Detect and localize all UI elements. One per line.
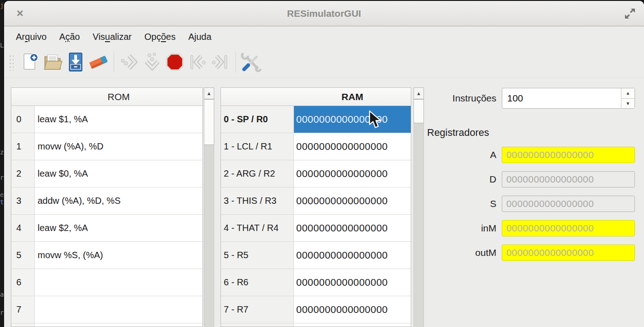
rom-row-index: 1 (11, 133, 35, 160)
ram-row-label: 3 - THIS / R3 (221, 188, 294, 214)
rom-scrollbar-up-button[interactable]: ▲ (204, 87, 214, 99)
rom-row-instruction: movw %S, (%A) (35, 242, 202, 269)
rom-row-instruction: addw (%A), %D, %S (35, 188, 202, 214)
skip-to-end-button[interactable] (210, 50, 231, 74)
rom-row-instruction (35, 296, 202, 323)
rom-row-instruction (35, 269, 202, 296)
spinner-down-button[interactable]: ▼ (621, 98, 634, 109)
rom-row-index: 5 (11, 242, 35, 269)
register-s-label: S (388, 196, 496, 212)
open-folder-icon (43, 52, 63, 72)
rom-row[interactable]: 1 movw (%A), %D (11, 133, 202, 160)
ram-row-label (221, 323, 294, 327)
rom-row-index: 4 (11, 215, 35, 241)
rom-scrollbar: ▲ (204, 87, 214, 327)
window-title: RESimulatorGUI (4, 1, 644, 26)
rom-row-instruction: leaw $1, %A (35, 106, 202, 133)
rom-row-index (11, 323, 35, 327)
step-over-button[interactable] (119, 50, 140, 74)
ram-row[interactable]: 5 - R5 0000000000000000 (221, 242, 411, 269)
menu-item-arquivo[interactable]: Arquivo (10, 29, 53, 45)
ram-table-header: RAM (221, 88, 411, 106)
save-button[interactable] (65, 50, 86, 74)
skip-to-start-button[interactable] (187, 50, 208, 74)
ram-row[interactable]: 1 - LCL / R1 0000000000000000 (221, 133, 411, 160)
ram-row[interactable]: 3 - THIS / R3 0000000000000000 (221, 188, 411, 215)
register-outm-field[interactable]: 0000000000000000 (502, 245, 635, 261)
register-a-field[interactable]: 0000000000000000 (502, 147, 635, 163)
rom-row[interactable]: 4 leaw $2, %A (11, 215, 202, 242)
erase-button[interactable] (88, 50, 109, 74)
eraser-icon (88, 52, 109, 72)
ram-row[interactable]: 6 - R6 0000000000000000 (221, 269, 411, 296)
ram-row-label: 7 - R7 (221, 296, 294, 323)
rom-row-instruction (35, 323, 202, 327)
rom-row-index: 2 (11, 160, 35, 187)
app-window: × RESimulatorGUI Arquivo Ação Visualizar… (4, 1, 644, 327)
rom-row-index: 0 (11, 106, 35, 133)
rom-row[interactable]: 5 movw %S, (%A) (11, 242, 202, 269)
stop-button[interactable] (164, 50, 185, 74)
rom-row-instruction: leaw $2, %A (35, 215, 202, 241)
rom-scrollbar-thumb[interactable] (204, 99, 214, 145)
rom-row[interactable]: 0 leaw $1, %A (11, 106, 202, 133)
rom-row[interactable]: 6 (11, 269, 202, 296)
skip-to-end-icon (210, 52, 231, 72)
rom-row[interactable] (11, 323, 202, 327)
restore-window-icon[interactable] (624, 8, 636, 19)
register-d-label: D (388, 171, 496, 188)
menu-item-acao[interactable]: Ação (53, 29, 87, 45)
skip-to-start-icon (187, 52, 208, 72)
toolbar-grip[interactable] (8, 53, 14, 71)
ram-row-label: 4 - THAT / R4 (221, 215, 294, 241)
stop-icon (164, 52, 185, 72)
instructions-label: Instruções (388, 88, 496, 109)
rom-table: ROM 0 leaw $1, %A 1 movw (%A), %D 2 leaw… (11, 87, 203, 327)
ram-row[interactable]: 0 - SP / R0 0000000000000000 (221, 106, 411, 133)
open-folder-button[interactable] (43, 50, 63, 74)
ram-row-label: 6 - R6 (221, 269, 294, 296)
menu-item-ajuda[interactable]: Ajuda (182, 29, 218, 45)
ram-table: RAM 0 - SP / R0 0000000000000000 1 - LCL… (221, 87, 411, 327)
step-into-button[interactable] (142, 50, 163, 74)
register-outm-label: outM (388, 245, 496, 261)
ram-row-value: 0000000000000000 (294, 296, 411, 323)
new-file-button[interactable] (20, 50, 41, 74)
rom-table-header: ROM (11, 88, 202, 106)
tools-icon (241, 52, 262, 72)
toolbar-separator (114, 52, 114, 72)
ram-row-value: 0000000000000000 (294, 269, 411, 296)
instructions-spinner[interactable]: 100 ▲ ▼ (502, 88, 635, 109)
menubar: Arquivo Ação Visualizar Opções Ajuda (4, 27, 644, 47)
ram-row-value (294, 323, 411, 327)
step-over-icon (119, 52, 140, 72)
ram-row-label: 1 - LCL / R1 (221, 133, 294, 160)
rom-row[interactable]: 3 addw (%A), %D, %S (11, 188, 202, 215)
register-inm-field[interactable]: 0000000000000000 (502, 220, 635, 236)
rom-row[interactable]: 7 (11, 296, 202, 323)
ram-row[interactable]: 2 - ARG / R2 0000000000000000 (221, 160, 411, 188)
rom-row[interactable]: 2 leaw $0, %A (11, 160, 202, 188)
spinner-up-button[interactable]: ▲ (621, 88, 634, 98)
register-d-field[interactable]: 0000000000000000 (502, 171, 635, 188)
step-into-icon (142, 52, 163, 72)
register-s-field[interactable]: 0000000000000000 (502, 196, 635, 212)
rom-row-index: 3 (11, 188, 35, 214)
save-archive-icon (65, 52, 86, 72)
rom-header-label: ROM (35, 88, 202, 106)
rom-row-index: 6 (11, 269, 35, 296)
rom-row-index: 7 (11, 296, 35, 323)
ram-scrollbar-trough[interactable] (413, 99, 424, 327)
ram-row-label: 5 - R5 (221, 242, 294, 269)
menu-item-visualizar[interactable]: Visualizar (86, 29, 138, 45)
configure-button[interactable] (241, 50, 262, 74)
ram-row-value: 0000000000000000 (294, 106, 411, 133)
menu-item-opcoes[interactable]: Opções (138, 29, 182, 45)
register-a-label: A (388, 147, 496, 163)
ram-row[interactable] (221, 323, 411, 327)
toolbar-separator (235, 52, 236, 72)
ram-row[interactable]: 4 - THAT / R4 0000000000000000 (221, 215, 411, 242)
rom-row-instruction: leaw $0, %A (35, 160, 202, 187)
titlebar[interactable]: × RESimulatorGUI (4, 1, 644, 26)
ram-row[interactable]: 7 - R7 0000000000000000 (221, 296, 411, 323)
